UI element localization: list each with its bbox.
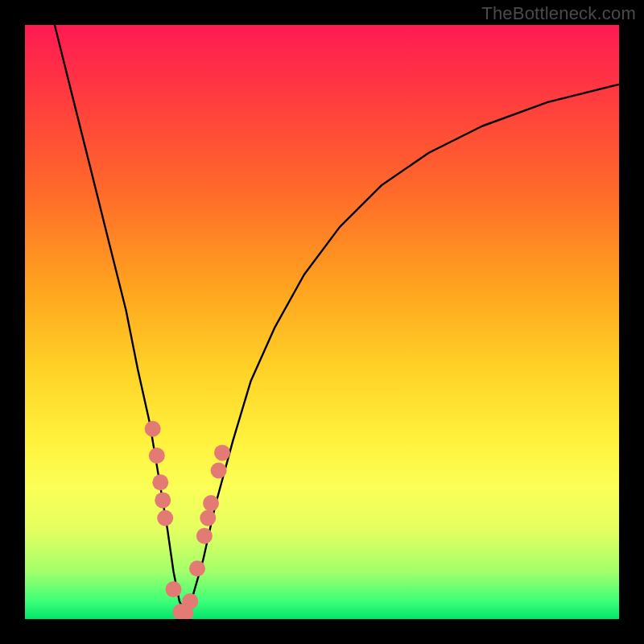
plot-area <box>25 25 619 619</box>
data-marker <box>189 560 205 576</box>
data-marker <box>152 474 168 490</box>
data-marker <box>166 581 182 597</box>
data-marker <box>157 510 173 526</box>
data-marker <box>155 492 171 508</box>
data-marker <box>203 495 219 511</box>
data-marker <box>182 593 198 609</box>
chart-frame: TheBottleneck.com <box>0 0 644 644</box>
data-marker <box>214 444 230 460</box>
data-marker <box>145 421 161 437</box>
data-marker <box>200 510 216 526</box>
curve-layer <box>25 25 619 619</box>
data-marker <box>211 463 227 479</box>
bottleneck-curve <box>55 25 619 613</box>
data-marker <box>149 448 165 464</box>
watermark-text: TheBottleneck.com <box>481 3 636 24</box>
data-marker <box>196 528 213 544</box>
